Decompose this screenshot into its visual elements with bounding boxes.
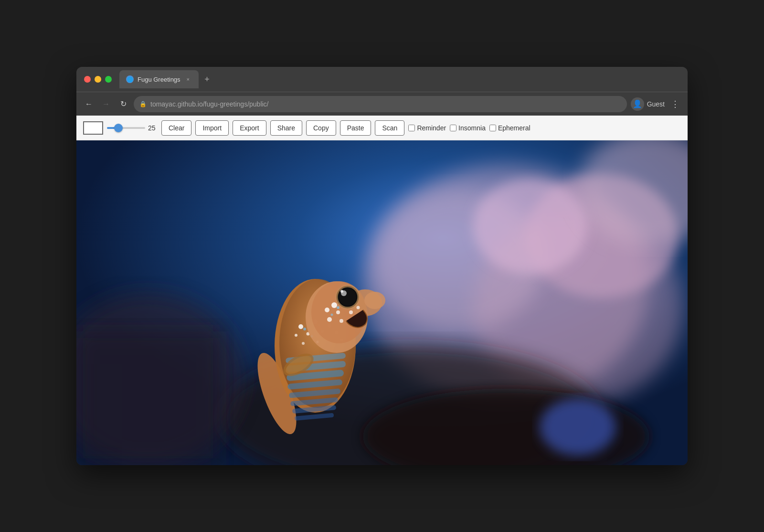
size-slider[interactable] <box>107 127 145 129</box>
close-button[interactable] <box>84 76 91 83</box>
ephemeral-label: Ephemeral <box>498 124 531 132</box>
svg-point-33 <box>303 328 306 330</box>
ephemeral-checkbox[interactable] <box>489 125 496 131</box>
back-button[interactable]: ← <box>82 97 96 111</box>
svg-point-52 <box>331 314 333 316</box>
svg-point-50 <box>337 306 340 309</box>
tab-close-button[interactable]: × <box>184 75 192 83</box>
browser-window: 🌐 Fugu Greetings × + ← → ↻ 🔒 tomayac.git… <box>76 67 688 465</box>
refresh-button[interactable]: ↻ <box>117 97 130 111</box>
svg-point-5 <box>473 179 587 274</box>
svg-point-48 <box>349 310 353 314</box>
browser-menu-button[interactable]: ⋮ <box>668 97 682 111</box>
tab-title: Fugu Greetings <box>138 76 180 83</box>
url-domain: tomayac.github.io <box>150 100 203 108</box>
toolbar: 25 Clear Import Export Share Copy Paste … <box>76 116 688 140</box>
ephemeral-checkbox-label[interactable]: Ephemeral <box>489 124 531 132</box>
svg-point-46 <box>327 317 332 322</box>
copy-button[interactable]: Copy <box>306 120 336 136</box>
svg-point-57 <box>340 290 343 293</box>
content-area <box>76 140 688 465</box>
svg-point-49 <box>357 306 360 309</box>
svg-point-29 <box>295 334 297 337</box>
profile-label: Guest <box>647 100 665 108</box>
url-path: /fugu-greetings/public/ <box>203 100 269 108</box>
color-swatch[interactable] <box>83 121 103 135</box>
svg-point-45 <box>336 310 340 314</box>
tab-favicon: 🌐 <box>126 75 134 83</box>
forward-button[interactable]: → <box>99 97 113 111</box>
active-tab[interactable]: 🌐 Fugu Greetings × <box>119 70 199 88</box>
slider-container: 25 <box>107 124 158 132</box>
tab-bar: 🌐 Fugu Greetings × + <box>119 70 680 88</box>
svg-point-8 <box>540 398 616 456</box>
svg-point-40 <box>364 292 385 309</box>
url-display: tomayac.github.io/fugu-greetings/public/ <box>150 100 621 108</box>
export-button[interactable]: Export <box>233 120 266 136</box>
lock-icon: 🔒 <box>139 101 147 107</box>
svg-point-31 <box>302 342 305 345</box>
new-tab-button[interactable]: + <box>201 73 214 86</box>
maximize-button[interactable] <box>105 76 112 83</box>
insomnia-checkbox[interactable] <box>450 125 456 131</box>
paste-button[interactable]: Paste <box>340 120 371 136</box>
reminder-checkbox-label[interactable]: Reminder <box>408 124 446 132</box>
scan-button[interactable]: Scan <box>375 120 404 136</box>
import-button[interactable]: Import <box>195 120 229 136</box>
title-bar: 🌐 Fugu Greetings × + <box>76 67 688 92</box>
insomnia-checkbox-label[interactable]: Insomnia <box>450 124 486 132</box>
profile-area[interactable]: 👤 Guest <box>631 97 665 111</box>
share-button[interactable]: Share <box>270 120 302 136</box>
nav-bar: ← → ↻ 🔒 tomayac.github.io/fugu-greetings… <box>76 92 688 116</box>
reminder-checkbox[interactable] <box>408 125 415 131</box>
svg-rect-10 <box>76 331 220 465</box>
slider-value: 25 <box>148 124 158 132</box>
profile-icon: 👤 <box>631 97 644 111</box>
reminder-label: Reminder <box>417 124 446 132</box>
insomnia-label: Insomnia <box>458 124 486 132</box>
clear-button[interactable]: Clear <box>161 120 191 136</box>
traffic-lights <box>84 76 112 83</box>
minimize-button[interactable] <box>95 76 101 83</box>
svg-point-41 <box>331 302 337 308</box>
svg-point-44 <box>325 308 329 312</box>
fish-scene <box>76 140 688 465</box>
svg-point-47 <box>340 319 343 323</box>
address-bar[interactable]: 🔒 tomayac.github.io/fugu-greetings/publi… <box>134 96 627 112</box>
svg-point-23 <box>298 324 303 329</box>
